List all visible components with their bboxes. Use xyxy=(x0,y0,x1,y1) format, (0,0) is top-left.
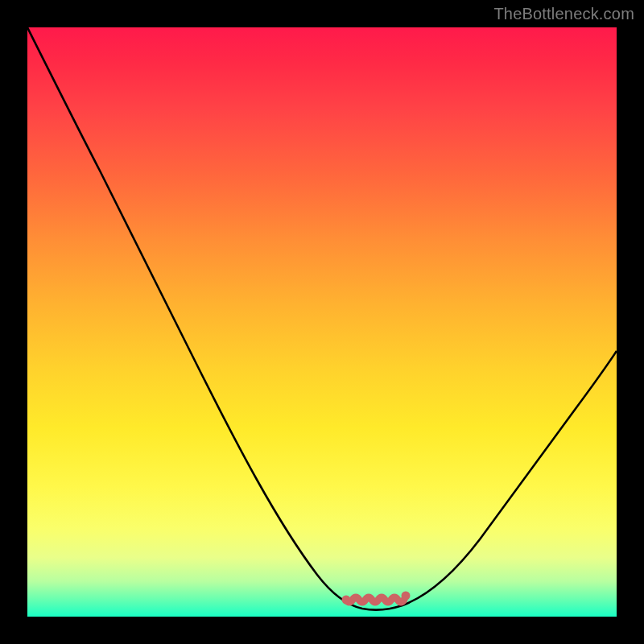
chart-frame: TheBottleneck.com xyxy=(0,0,644,644)
plot-area xyxy=(27,27,617,617)
highlight-squiggle xyxy=(346,597,404,602)
bottleneck-curve xyxy=(27,27,617,610)
watermark-text: TheBottleneck.com xyxy=(493,5,634,23)
highlight-dot-left xyxy=(342,596,351,605)
chart-svg-layer xyxy=(27,27,617,617)
highlight-dot-right xyxy=(402,592,411,601)
